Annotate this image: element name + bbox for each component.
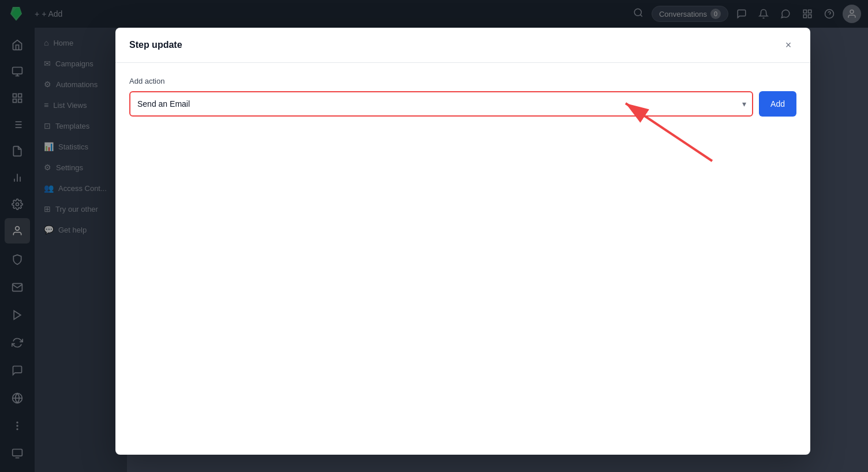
modal-body: Add action Send an Email Send an SMS Wai… xyxy=(115,63,810,455)
action-select[interactable]: Send an Email Send an SMS Wait Add Tag R… xyxy=(129,91,753,117)
add-action-button[interactable]: Add xyxy=(759,91,796,117)
modal-title: Step update xyxy=(129,40,182,50)
modal-header: Step update × xyxy=(115,28,810,63)
action-row: Send an Email Send an SMS Wait Add Tag R… xyxy=(129,91,796,117)
action-select-wrapper: Send an Email Send an SMS Wait Add Tag R… xyxy=(129,91,753,117)
step-update-modal: Step update × Add action Send an Email S… xyxy=(115,28,810,455)
modal-close-button[interactable]: × xyxy=(780,37,796,53)
close-icon: × xyxy=(785,39,792,51)
add-action-label: Add action xyxy=(129,77,796,85)
